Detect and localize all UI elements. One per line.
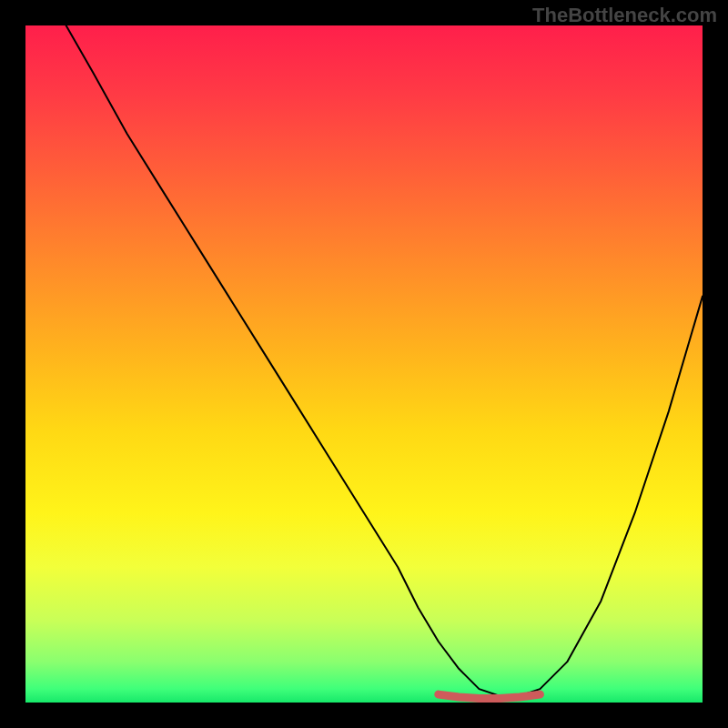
- plot-area: [25, 25, 703, 703]
- chart-container: TheBottleneck.com: [0, 0, 728, 728]
- series-red-flat-segment: [439, 694, 541, 698]
- chart-svg: [25, 25, 703, 703]
- series-black-curve: [66, 25, 703, 696]
- watermark-text: TheBottleneck.com: [532, 4, 717, 27]
